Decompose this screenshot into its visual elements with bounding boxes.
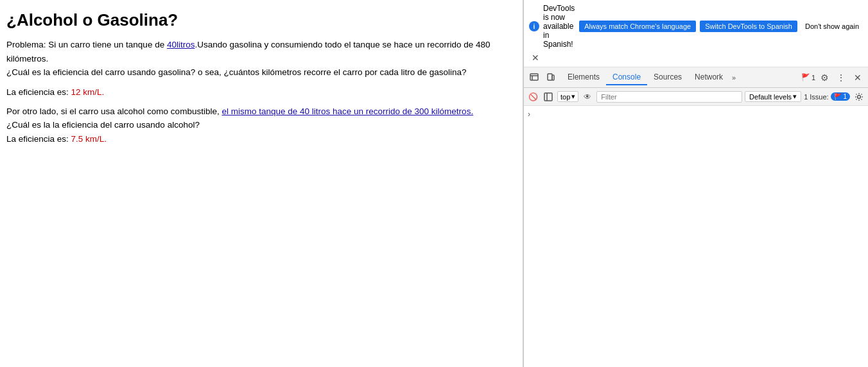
console-toolbar: 🚫 top ▾ 👁 Default levels ▾ 1 Issue: 🚩 1 [524,88,868,106]
efficiency-1: La eficiencia es: 12 km/L. [6,87,516,97]
svg-rect-5 [544,93,552,101]
toggle-sidebar-button[interactable] [542,90,555,103]
efficiency-2-value: 7.5 km/L. [71,134,107,144]
svg-rect-0 [530,74,538,80]
settings-button[interactable]: ⚙ [817,70,832,85]
paragraph-1: Problema: Si un carro tiene un tanque de… [6,38,516,80]
issues-count-badge: 🚩 1 [801,73,815,81]
notification-bar: i DevTools is now available in Spanish! … [524,0,868,67]
paragraph-2-text1: Por otro lado, si el carro usa alcohol c… [6,107,221,116]
clear-console-button[interactable]: 🚫 [526,90,539,103]
notification-text: DevTools is now available in Spanish! [543,4,575,49]
default-levels-label: Default levels [749,93,792,101]
console-content: › [524,106,868,367]
close-devtools-button[interactable]: ✕ [850,70,865,85]
more-options-button[interactable]: ⋮ [833,70,849,85]
devtools-panel: i DevTools is now available in Spanish! … [523,0,868,367]
devtools-tabs: Elements Console Sources Network » 🚩 1 ⚙… [524,67,868,88]
devtools-left-icons [526,70,559,85]
issues-label: 1 Issue: [804,93,829,101]
tab-console[interactable]: Console [606,70,647,85]
eye-button[interactable]: 👁 [581,90,594,103]
page-title: ¿Alcohol o Gasolina? [6,10,516,30]
inspect-element-button[interactable] [526,70,542,85]
svg-point-7 [858,95,861,98]
default-levels-selector[interactable]: Default levels ▾ [745,91,801,102]
console-settings-button[interactable] [853,90,865,103]
notification-close-button[interactable]: ✕ [529,53,542,63]
paragraph-2: Por otro lado, si el carro usa alcohol c… [6,105,516,146]
svg-rect-3 [548,74,552,80]
console-prompt-arrow[interactable]: › [526,108,532,120]
tab-elements[interactable]: Elements [561,70,606,85]
efficiency-2-line: La eficiencia es: 7.5 km/L. [6,134,107,144]
highlight-alcohol: el mismo tanque de 40 litros hace un rec… [221,107,473,116]
switch-spanish-button[interactable]: Switch DevTools to Spanish [700,21,797,32]
issues-count: 🚩 1 [831,92,850,101]
svg-rect-4 [552,75,554,80]
efficiency-1-value: 12 km/L. [71,87,105,97]
main-content: ¿Alcohol o Gasolina? Problema: Si un car… [0,0,523,367]
context-label: top [560,93,570,101]
more-tabs-button[interactable]: » [729,74,738,81]
match-language-button[interactable]: Always match Chrome's language [579,21,696,32]
tab-sources[interactable]: Sources [647,70,688,85]
device-toggle-button[interactable] [543,70,559,85]
context-selector[interactable]: top ▾ [557,91,578,102]
info-icon: i [529,21,539,31]
levels-dropdown-icon: ▾ [793,92,797,101]
devtools-right-icons: 🚩 1 ⚙ ⋮ ✕ [801,70,865,85]
paragraph-2-text2: ¿Cuál es la la eficiencia del carro usan… [6,120,200,130]
tab-network[interactable]: Network [688,70,729,85]
highlight-40litros: 40litros [167,40,195,49]
dont-show-again-button[interactable]: Don't show again [801,21,863,32]
paragraph-1-text: Problema: Si un carro tiene un tanque de [6,40,167,49]
issues-badge: 1 Issue: 🚩 1 [804,92,850,101]
context-dropdown-icon: ▾ [571,92,575,101]
filter-input[interactable] [596,91,742,103]
